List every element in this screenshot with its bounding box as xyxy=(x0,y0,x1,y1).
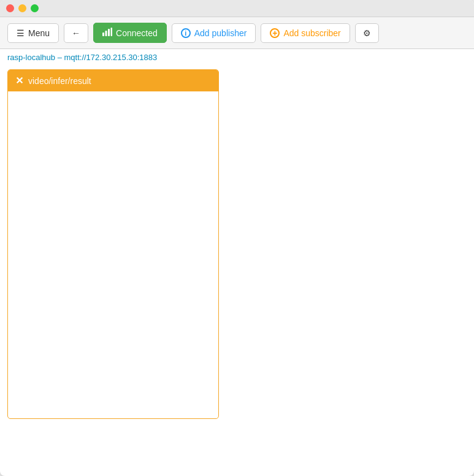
add-publisher-button[interactable]: i Add publisher xyxy=(172,23,256,43)
svg-rect-1 xyxy=(105,31,107,36)
add-subscriber-label: Add subscriber xyxy=(283,28,340,38)
back-icon: ← xyxy=(72,28,80,38)
add-publisher-label: Add publisher xyxy=(194,28,247,38)
gear-icon: ⚙ xyxy=(363,28,371,38)
publisher-panel: ✕ video/infer/result xyxy=(7,69,219,419)
menu-button[interactable]: ☰ Menu xyxy=(7,23,59,43)
menu-label: Menu xyxy=(28,28,50,38)
chart-icon xyxy=(102,28,112,38)
minimize-button[interactable] xyxy=(18,4,26,12)
add-publisher-icon: i xyxy=(181,28,191,38)
topic-label: video/infer/result xyxy=(28,76,91,86)
toolbar: ☰ Menu ← Connected i Add publisher + A xyxy=(0,17,474,49)
connection-bar: rasp-localhub – mqtt://172.30.215.30:188… xyxy=(0,49,474,64)
close-button[interactable] xyxy=(6,4,14,12)
connection-label: rasp-localhub – mqtt://172.30.215.30:188… xyxy=(7,53,157,62)
svg-rect-0 xyxy=(102,33,104,36)
topic-tag[interactable]: ✕ video/infer/result xyxy=(8,70,218,91)
add-subscriber-button[interactable]: + Add subscriber xyxy=(261,23,350,43)
connected-label: Connected xyxy=(116,28,158,38)
menu-icon: ☰ xyxy=(17,28,25,38)
title-bar xyxy=(0,0,474,17)
app-window: ☰ Menu ← Connected i Add publisher + A xyxy=(0,0,474,476)
back-button[interactable]: ← xyxy=(64,23,88,43)
topic-close-icon[interactable]: ✕ xyxy=(15,75,23,86)
svg-rect-3 xyxy=(111,28,113,36)
maximize-button[interactable] xyxy=(31,4,39,12)
svg-rect-2 xyxy=(108,29,110,36)
main-content: ✕ video/infer/result xyxy=(0,64,474,424)
settings-button[interactable]: ⚙ xyxy=(355,23,379,43)
connected-button[interactable]: Connected xyxy=(93,23,167,43)
add-subscriber-icon: + xyxy=(270,28,280,38)
